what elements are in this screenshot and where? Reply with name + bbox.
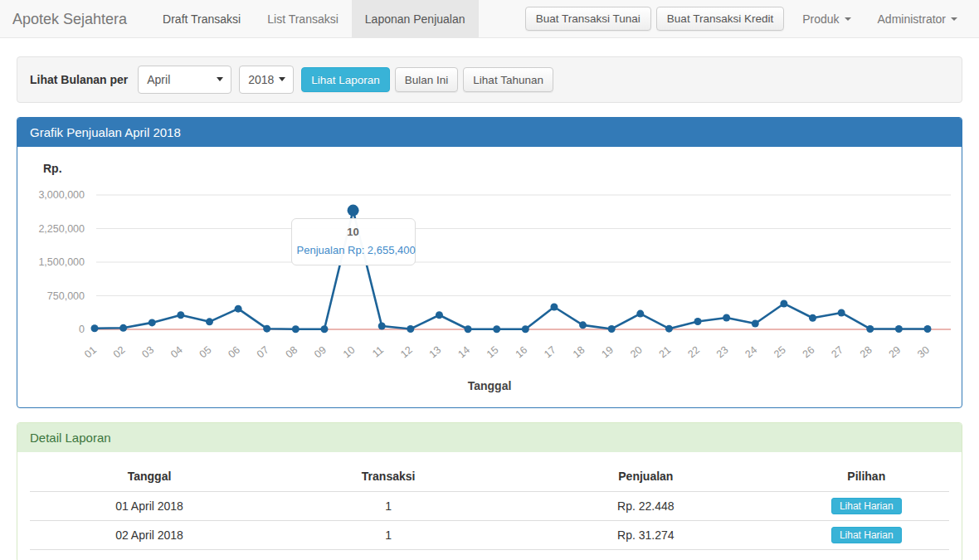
data-point-09[interactable] [320, 325, 328, 333]
chart-tooltip: 10 Penjualan Rp: 2,655,400 [291, 218, 416, 265]
app-brand[interactable]: Apotek Sejahtera [0, 0, 139, 37]
x-tick-label: 26 [801, 344, 817, 361]
month-select-value: April [147, 73, 170, 86]
year-select[interactable]: 2018 [239, 66, 294, 94]
sales-line-chart[interactable]: 0750,0001,500,0002,250,0003,000,00001020… [30, 182, 951, 368]
cell-transaksi: 1 [269, 492, 508, 521]
buat-transaksi-tunai-button[interactable]: Buat Transaksi Tunai [525, 7, 651, 31]
data-point-15[interactable] [493, 325, 500, 333]
lihat-harian-button[interactable]: Lihat Harian [831, 527, 902, 543]
data-point-23[interactable] [723, 314, 730, 321]
x-tick-label: 18 [571, 344, 587, 361]
x-tick-label: 28 [858, 344, 874, 361]
data-point-29[interactable] [895, 325, 903, 333]
filter-label: Lihat Bulanan per [30, 73, 128, 86]
data-point-19[interactable] [608, 325, 616, 333]
data-point-11[interactable] [378, 322, 386, 329]
data-point-01[interactable] [91, 324, 99, 332]
buat-transaksi-kredit-button[interactable]: Buat Transaksi Kredit [656, 7, 784, 31]
x-tick-label: 03 [140, 344, 157, 361]
x-tick-label: 16 [514, 344, 530, 361]
nav-draft-transaksi[interactable]: Draft Transaksi [149, 0, 254, 37]
navbar-right: Buat Transaksi Tunai Buat Transaksi Kred… [525, 0, 979, 37]
nav-laporan-penjualan[interactable]: Laponan Penjualan [352, 0, 479, 37]
x-tick-label: 17 [542, 344, 558, 361]
x-tick-label: 25 [772, 344, 788, 361]
administrator-dropdown-label: Administrator [878, 12, 946, 26]
x-tick-label: 12 [398, 344, 415, 361]
chart-panel-title: Grafik Penjualan April 2018 [17, 118, 962, 147]
table-row: 01 April 2018 1 Rp. 22.448 Lihat Harian [30, 492, 949, 521]
data-point-10[interactable] [348, 205, 359, 217]
x-tick-label: 14 [455, 344, 472, 361]
data-point-18[interactable] [579, 321, 587, 329]
x-tick-label: 22 [685, 344, 702, 361]
navbar: Apotek Sejahtera Draft Transaksi List Tr… [0, 0, 979, 38]
data-point-26[interactable] [809, 314, 816, 322]
col-header-penjualan: Penjualan [508, 464, 783, 492]
data-point-17[interactable] [550, 304, 558, 311]
data-point-24[interactable] [752, 319, 759, 327]
lihat-harian-button[interactable]: Lihat Harian [831, 498, 902, 514]
x-tick-label: 09 [312, 344, 329, 361]
data-point-04[interactable] [177, 311, 184, 319]
administrator-dropdown[interactable]: Administrator [865, 12, 971, 26]
cell-penjualan: Rp. 22.448 [508, 492, 783, 521]
sales-chart[interactable]: 0750,0001,500,0002,250,0003,000,00001020… [30, 182, 949, 368]
tooltip-value: Penjualan Rp: 2,655,400 [297, 244, 410, 256]
col-header-tanggal: Tanggal [30, 464, 269, 492]
chart-panel: Grafik Penjualan April 2018 Rp. 0750,000… [17, 117, 962, 408]
nav-items: Draft Transaksi List Transaksi Laponan P… [149, 0, 478, 37]
x-tick-label: 13 [427, 344, 444, 361]
x-tick-label: 10 [341, 344, 358, 361]
data-point-13[interactable] [436, 311, 443, 319]
x-tick-label: 23 [714, 344, 731, 361]
chevron-down-icon [845, 17, 851, 21]
data-point-28[interactable] [866, 325, 874, 333]
data-point-12[interactable] [407, 325, 414, 333]
cell-tanggal: 02 April 2018 [30, 521, 269, 550]
data-point-21[interactable] [665, 325, 673, 333]
cell-transaksi: 1 [269, 521, 508, 550]
data-point-27[interactable] [838, 309, 845, 317]
col-header-pilihan: Pilihan [784, 464, 949, 492]
data-point-06[interactable] [235, 305, 242, 313]
chevron-down-icon [217, 77, 223, 81]
bulan-ini-button[interactable]: Bulan Ini [395, 67, 459, 92]
x-tick-label: 04 [168, 344, 185, 361]
x-tick-label: 02 [111, 344, 128, 361]
lihat-tahunan-button[interactable]: Lihat Tahunan [463, 67, 553, 92]
data-point-25[interactable] [780, 299, 787, 307]
month-select[interactable]: April [138, 66, 231, 94]
x-tick-label: 06 [226, 344, 242, 361]
data-point-05[interactable] [206, 318, 213, 325]
x-tick-label: 27 [829, 344, 845, 361]
detail-table: Tanggal Transaksi Penjualan Pilihan 01 A… [30, 464, 949, 550]
produk-dropdown[interactable]: Produk [789, 12, 864, 26]
x-tick-label: 05 [197, 344, 214, 361]
year-select-value: 2018 [248, 73, 274, 86]
data-point-22[interactable] [694, 318, 702, 325]
x-axis-title: Tanggal [30, 379, 949, 392]
x-tick-label: 19 [599, 344, 616, 361]
data-point-30[interactable] [924, 325, 932, 333]
data-point-07[interactable] [263, 325, 270, 333]
nav-list-transaksi[interactable]: List Transaksi [254, 0, 352, 37]
y-tick-label: 2,250,000 [38, 223, 85, 235]
x-tick-label: 07 [255, 344, 271, 361]
data-point-16[interactable] [522, 325, 529, 333]
lihat-laporan-button[interactable]: Lihat Laporan [301, 67, 390, 92]
data-point-14[interactable] [465, 325, 472, 333]
filter-bar: Lihat Bulanan per April 2018 Lihat Lapor… [17, 56, 962, 103]
x-tick-label: 01 [82, 344, 99, 361]
data-point-20[interactable] [636, 310, 644, 318]
data-point-08[interactable] [292, 325, 300, 333]
produk-dropdown-label: Produk [802, 12, 839, 26]
data-point-03[interactable] [149, 319, 156, 326]
table-header-row: Tanggal Transaksi Penjualan Pilihan [30, 464, 949, 492]
y-axis-unit-label: Rp. [43, 162, 949, 175]
data-point-02[interactable] [119, 324, 127, 332]
detail-panel-title: Detail Laporan [17, 423, 962, 452]
chevron-down-icon [279, 77, 285, 81]
x-tick-label: 11 [370, 344, 386, 360]
